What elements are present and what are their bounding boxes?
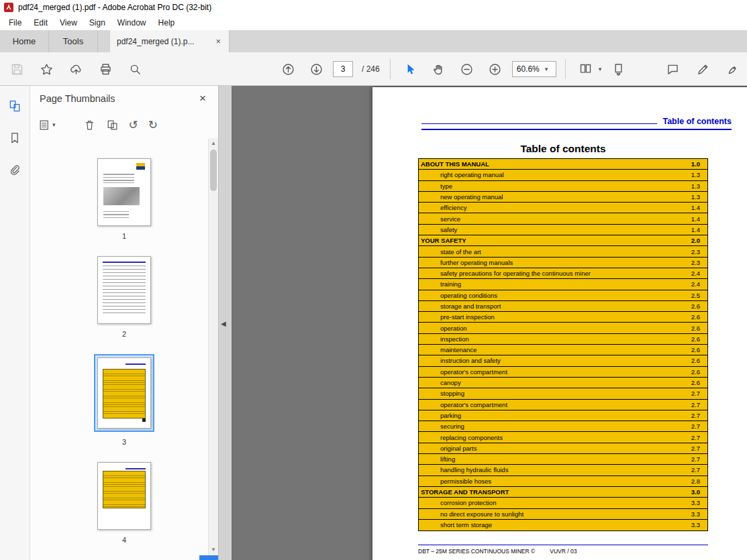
page-thumbnails-pane-button[interactable] — [5, 97, 24, 115]
previous-page-button[interactable] — [277, 58, 299, 80]
toc-entry-page: 3.3 — [691, 499, 707, 506]
rotate-counterclockwise-button[interactable]: ↺ — [129, 119, 138, 131]
footer-right-text: VUVR / 03 — [550, 548, 577, 555]
zoom-level-dropdown[interactable]: 60.6% ▾ — [512, 61, 556, 77]
toc-row: type 1.3 — [419, 181, 707, 192]
thumbnails-scrollbar[interactable]: ▲ ▼ — [208, 138, 218, 560]
zoom-out-button[interactable] — [456, 58, 479, 80]
page-title: Table of contents — [418, 143, 708, 155]
attachments-pane-button[interactable] — [5, 161, 24, 180]
toc-entry-label: pre-start inspection — [419, 313, 691, 321]
close-tab-icon[interactable]: × — [214, 36, 222, 46]
toc-entry-page: 2.6 — [691, 335, 707, 343]
toc-entry-page: 2.6 — [691, 325, 707, 332]
toc-row: operator's compartment 2.7 — [419, 400, 707, 410]
page-header: Table of contents — [421, 117, 732, 130]
hand-tool-button[interactable] — [428, 58, 450, 80]
page-display-dropdown[interactable]: ▾ — [575, 58, 602, 80]
header-section-label: Table of contents — [657, 117, 732, 126]
fill-sign-button[interactable] — [721, 58, 744, 80]
panel-splitter[interactable]: ◀ — [218, 86, 232, 560]
menu-item[interactable]: File — [3, 16, 28, 30]
print-button[interactable] — [94, 58, 117, 80]
thumbnail-header-line — [126, 468, 146, 469]
thumbnail-text-lines — [103, 211, 129, 219]
tab-tools[interactable]: Tools — [49, 30, 98, 52]
toc-entry-label: original parts — [419, 445, 691, 452]
scrollbar-down-icon[interactable]: ▼ — [209, 545, 218, 555]
toc-row: YOUR SAFETY 2.0 — [419, 235, 707, 246]
toc-entry-page: 2.6 — [691, 379, 707, 386]
toc-row: safety 1.4 — [419, 225, 707, 235]
close-panel-icon[interactable]: × — [197, 92, 209, 105]
toc-entry-label: operating conditions — [419, 292, 691, 299]
toolbar-left-group — [5, 58, 146, 80]
toc-row: further operating manuals 2.3 — [419, 258, 707, 268]
menu-item[interactable]: Sign — [83, 16, 111, 30]
toc-entry-page: 2.7 — [691, 455, 707, 463]
toc-table: ABOUT THIS MANUAL 1.0 right operating ma… — [418, 158, 708, 531]
toc-entry-page: 2.6 — [691, 313, 707, 321]
toc-entry-page: 2.7 — [691, 466, 707, 473]
toolbar-separator — [565, 59, 566, 79]
toolbar-separator — [390, 59, 391, 79]
toc-entry-label: inspection — [419, 335, 691, 343]
page-thumbnail-3[interactable] — [97, 357, 151, 429]
toc-row: operation 2.6 — [419, 323, 707, 333]
toc-entry-page: 3.3 — [691, 510, 707, 518]
highlight-pen-button[interactable] — [691, 58, 714, 80]
zoom-level-value: 60.6% — [517, 64, 540, 74]
toc-entry-label: type — [419, 182, 691, 190]
thumbnails-toolbar: ▾ ↺ ↻ — [30, 111, 218, 138]
thumbnails-options-button[interactable]: ▾ — [38, 119, 56, 131]
toc-entry-page: 1.3 — [691, 171, 707, 178]
tab-document[interactable]: pdf24_merged (1).p... × — [110, 30, 230, 52]
zoom-in-button[interactable] — [484, 58, 507, 80]
document-tab-title: pdf24_merged (1).p... — [117, 37, 209, 46]
delete-pages-button[interactable] — [83, 119, 96, 131]
page-thumbnail-2[interactable] — [97, 256, 151, 324]
toc-row: corrosion protection 3.3 — [419, 498, 707, 508]
toc-row: ABOUT THIS MANUAL 1.0 — [419, 159, 707, 170]
menu-item[interactable]: Edit — [28, 16, 54, 30]
thumbnail-header-line — [103, 262, 146, 263]
insert-pages-button[interactable] — [106, 119, 119, 131]
toc-row: permissible hoses 2.8 — [419, 476, 707, 487]
toc-row: training 2.4 — [419, 279, 707, 290]
toc-entry-label: training — [419, 280, 691, 288]
page-thumbnail-4[interactable] — [97, 462, 151, 530]
menu-item[interactable]: Window — [111, 16, 152, 30]
thumbnail-header-line — [126, 363, 146, 365]
rotate-cw-icon: ↻ — [148, 119, 158, 131]
scrolling-mode-button[interactable] — [607, 58, 630, 80]
toc-entry-label: securing — [419, 423, 691, 430]
toc-entry-page: 2.7 — [691, 390, 707, 397]
document-view-area[interactable]: Table of contents Table of contents ABOU… — [232, 86, 747, 560]
pdf-page[interactable]: Table of contents Table of contents ABOU… — [372, 87, 747, 560]
toc-entry-page: 2.4 — [691, 270, 707, 277]
cloud-upload-button[interactable] — [64, 58, 87, 80]
page-number-input[interactable] — [333, 61, 353, 77]
bookmarks-pane-button[interactable] — [5, 129, 24, 148]
scrollbar-thumb[interactable] — [210, 150, 217, 191]
toc-entry-label: operator's compartment — [419, 368, 691, 376]
toc-entry-label: maintenance — [419, 346, 691, 353]
menu-item[interactable]: Help — [152, 16, 181, 30]
toc-entry-page: 1.4 — [691, 226, 707, 233]
rotate-clockwise-button[interactable]: ↻ — [148, 119, 158, 131]
toc-row: storage and transport 2.6 — [419, 301, 707, 312]
acrobat-window: pdf24_merged (1).pdf - Adobe Acrobat Pro… — [0, 0, 747, 560]
thumbnail-toc-table — [103, 369, 146, 418]
marquee-zoom-button[interactable] — [123, 58, 146, 80]
toc-entry-label: YOUR SAFETY — [419, 237, 691, 244]
next-page-button[interactable] — [305, 58, 328, 80]
scrollbar-up-icon[interactable]: ▲ — [209, 138, 218, 148]
select-tool-button[interactable] — [399, 58, 422, 80]
tab-home[interactable]: Home — [0, 30, 49, 52]
collapse-panel-icon[interactable]: ◀ — [221, 319, 226, 327]
star-button[interactable] — [35, 58, 58, 80]
page-thumbnail-1[interactable] — [97, 158, 151, 226]
toc-entry-label: corrosion protection — [419, 499, 691, 506]
comment-button[interactable] — [661, 58, 684, 80]
menu-item[interactable]: View — [54, 16, 83, 30]
